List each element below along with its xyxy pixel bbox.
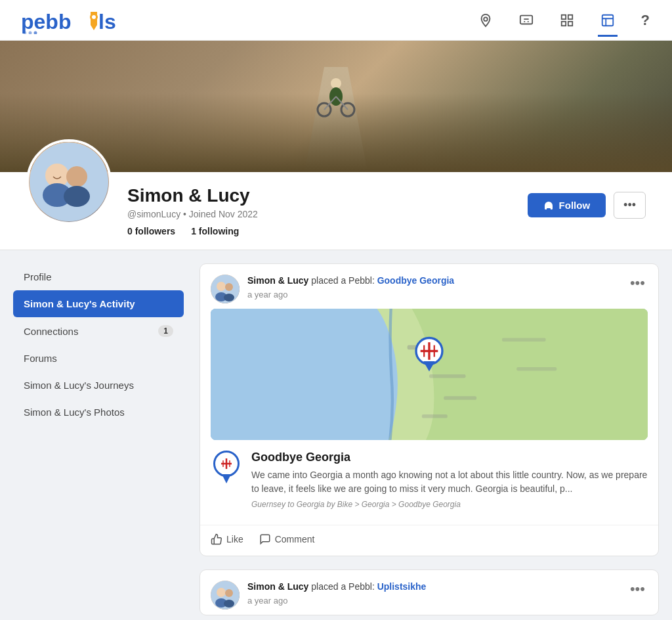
sidebar: Profile Simon & Lucy's Activity Connecti… — [13, 263, 184, 620]
profile-username: @simonLucy • Joined Nov 2022 — [127, 209, 512, 219]
svg-point-27 — [217, 282, 226, 291]
card-1-header: Simon & Lucy placed a Pebbl: Goodbye Geo… — [200, 264, 658, 309]
card-1-title: Simon & Lucy placed a Pebbl: Goodbye Geo… — [247, 275, 454, 288]
card-avatar-image — [211, 275, 240, 303]
more-options-button[interactable]: ••• — [614, 192, 646, 219]
cyclist-illustration — [316, 74, 356, 126]
like-icon — [211, 533, 222, 545]
location-nav-icon[interactable] — [476, 11, 495, 30]
svg-rect-14 — [602, 14, 613, 26]
svg-point-53 — [217, 588, 226, 597]
card-1-actions: Like Comment — [200, 525, 658, 556]
profile-info: Simon & Lucy @simonLucy • Joined Nov 202… — [0, 172, 672, 250]
card-1-map[interactable] — [211, 309, 648, 440]
card-1-pebbl-text: Goodbye Georgia We came into Georgia a m… — [251, 451, 648, 509]
avatar-illustration — [30, 143, 108, 221]
sidebar-item-forums[interactable]: Forums — [13, 345, 184, 372]
svg-rect-12 — [561, 21, 565, 25]
activity-feed: Simon & Lucy placed a Pebbl: Goodbye Geo… — [200, 263, 659, 620]
card-2-time: a year ago — [247, 596, 426, 606]
sidebar-item-connections[interactable]: Connections 1 — [13, 317, 184, 345]
sidebar-item-journeys[interactable]: Simon & Lucy's Journeys — [13, 372, 184, 399]
svg-rect-35 — [422, 414, 448, 418]
pebbl-desc: We came into Georgia a month ago knowing… — [251, 468, 648, 496]
sidebar-item-photos[interactable]: Simon & Lucy's Photos — [13, 399, 184, 426]
sidebar-item-profile[interactable]: Profile — [13, 263, 184, 290]
svg-rect-33 — [429, 374, 466, 378]
georgia-cross-small — [219, 456, 234, 472]
svg-rect-10 — [561, 14, 565, 18]
connections-badge: 1 — [158, 325, 173, 337]
following-stat: 1 following — [191, 226, 239, 236]
card-1-pebbl-info: Goodbye Georgia We came into Georgia a m… — [200, 440, 658, 520]
svg-point-23 — [66, 166, 87, 187]
megaphone-icon — [543, 200, 554, 211]
svg-point-30 — [224, 294, 234, 301]
map-svg — [211, 309, 648, 440]
svg-point-56 — [224, 600, 234, 608]
messages-nav-icon[interactable] — [516, 11, 536, 30]
card-1-time: a year ago — [247, 290, 454, 299]
avatar-wrapper — [26, 139, 112, 225]
svg-rect-11 — [568, 14, 572, 18]
profile-stats: 0 followers 1 following — [127, 226, 512, 236]
main-container: Profile Simon & Lucy's Activity Connecti… — [0, 250, 672, 620]
svg-point-28 — [225, 283, 233, 291]
sidebar-item-activity[interactable]: Simon & Lucy's Activity — [13, 290, 184, 317]
card-2-avatar-image — [211, 581, 240, 609]
header: pebb ls — [0, 0, 672, 41]
followers-stat: 0 followers — [127, 226, 175, 236]
card-2-header-left: Simon & Lucy placed a Pebbl: Uplistsikhe… — [211, 581, 426, 609]
svg-rect-37 — [516, 367, 556, 371]
profile-section: Simon & Lucy @simonLucy • Joined Nov 202… — [0, 41, 672, 250]
svg-text:pebb: pebb — [21, 10, 71, 33]
svg-rect-34 — [444, 396, 476, 400]
help-icon: ? — [641, 12, 650, 29]
pebbl-pin-head — [213, 451, 240, 477]
main-nav: ? — [476, 9, 652, 32]
profile-name: Simon & Lucy — [127, 185, 512, 206]
card-2-header: Simon & Lucy placed a Pebbl: Uplistsikhe… — [200, 570, 658, 615]
comment-icon — [259, 533, 271, 545]
svg-point-25 — [64, 186, 90, 207]
logo[interactable]: pebb ls — [20, 7, 125, 34]
svg-rect-36 — [502, 338, 546, 342]
activity-card-2: Simon & Lucy placed a Pebbl: Uplistsikhe… — [200, 569, 659, 615]
profile-details: Simon & Lucy @simonLucy • Joined Nov 202… — [127, 179, 512, 236]
card-1-meta: Simon & Lucy placed a Pebbl: Goodbye Geo… — [247, 275, 454, 299]
card-1-avatar — [211, 275, 240, 303]
card-2-title: Simon & Lucy placed a Pebbl: Uplistsikhe — [247, 581, 426, 594]
avatar — [26, 139, 112, 225]
card-2-meta: Simon & Lucy placed a Pebbl: Uplistsikhe… — [247, 581, 426, 606]
comment-button[interactable]: Comment — [259, 531, 315, 548]
card-1-more-button[interactable]: ••• — [627, 275, 648, 292]
follow-button[interactable]: Follow — [528, 193, 606, 217]
svg-rect-13 — [568, 21, 572, 25]
card-2-avatar — [211, 581, 240, 609]
pebbl-title: Goodbye Georgia — [251, 451, 648, 464]
svg-point-3 — [92, 15, 96, 19]
svg-text:ls: ls — [98, 10, 116, 33]
activity-card-1: Simon & Lucy placed a Pebbl: Goodbye Geo… — [200, 263, 659, 556]
profile-actions: Follow ••• — [528, 192, 646, 219]
like-button[interactable]: Like — [211, 531, 243, 548]
grid-nav-icon[interactable] — [557, 11, 577, 30]
svg-point-54 — [225, 589, 233, 597]
card-2-more-button[interactable]: ••• — [627, 581, 648, 598]
svg-point-15 — [331, 78, 341, 89]
card-1-header-left: Simon & Lucy placed a Pebbl: Goodbye Geo… — [211, 275, 454, 303]
profile-nav-icon[interactable] — [598, 11, 618, 30]
svg-point-8 — [484, 17, 488, 21]
pebbl-breadcrumb: Guernsey to Georgia by Bike > Georgia > … — [251, 500, 648, 509]
pebbl-pin-icon — [211, 451, 242, 487]
help-nav-icon[interactable]: ? — [639, 9, 652, 32]
